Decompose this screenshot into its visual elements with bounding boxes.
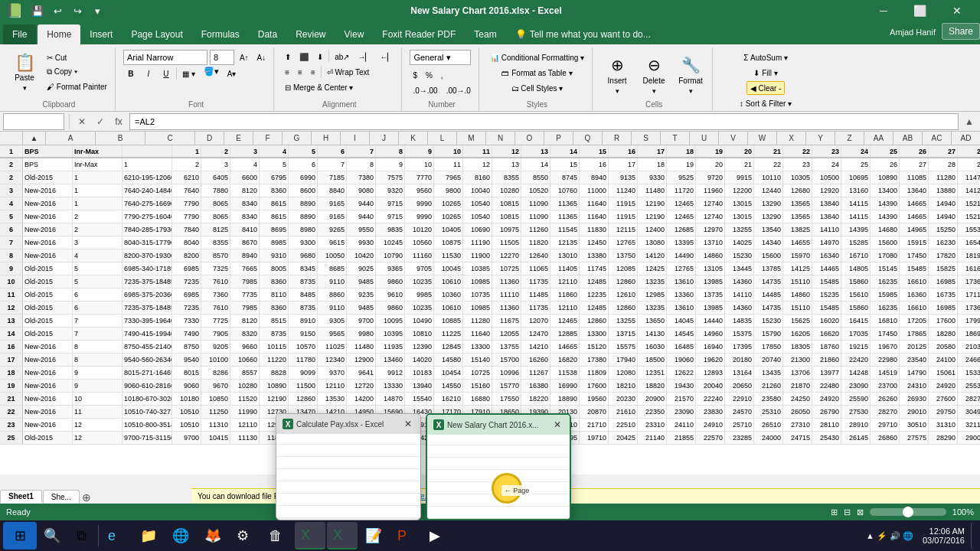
- cell[interactable]: 17205: [900, 315, 929, 327]
- cell[interactable]: 12080: [609, 367, 638, 379]
- cell[interactable]: 17940: [609, 354, 638, 366]
- cell[interactable]: 8015: [172, 367, 201, 379]
- cell[interactable]: 26145: [841, 432, 871, 444]
- cell[interactable]: 16485: [667, 341, 696, 353]
- cell[interactable]: 15575: [609, 341, 638, 353]
- cell[interactable]: 16545: [958, 236, 980, 249]
- cell[interactable]: 1: [172, 145, 201, 157]
- cell[interactable]: 6985-340-17185: [122, 262, 172, 275]
- cell[interactable]: 15600: [754, 249, 783, 262]
- cell[interactable]: 10040: [463, 184, 492, 197]
- cell[interactable]: 8410: [230, 223, 260, 236]
- cell[interactable]: New-2016: [23, 249, 73, 262]
- cell[interactable]: 15485: [812, 302, 841, 314]
- col-header-K[interactable]: K: [399, 132, 428, 145]
- cell[interactable]: 10570: [289, 341, 318, 353]
- cell-styles-btn[interactable]: 🗂 Cell Styles ▾: [508, 81, 567, 95]
- cell[interactable]: 2: [172, 158, 201, 171]
- cell[interactable]: 9715: [376, 210, 405, 223]
- cell[interactable]: 20180: [725, 354, 754, 366]
- cell[interactable]: 8160: [463, 171, 492, 184]
- row-num[interactable]: 21: [0, 393, 23, 405]
- cell[interactable]: 13400: [871, 184, 900, 197]
- cell[interactable]: 16620: [812, 328, 841, 340]
- font-name-selector[interactable]: Arial Narrow: [123, 50, 207, 65]
- cell[interactable]: 18190: [958, 249, 980, 262]
- row-num[interactable]: 22: [0, 406, 23, 418]
- cell[interactable]: 7325: [201, 262, 230, 275]
- cell[interactable]: 15061: [929, 367, 958, 379]
- cell[interactable]: 7610: [201, 276, 230, 288]
- cell[interactable]: 20425: [609, 432, 638, 444]
- cell[interactable]: 8110: [260, 289, 289, 301]
- minimize-btn[interactable]: ─: [867, 0, 900, 21]
- cell[interactable]: 14120: [638, 249, 667, 262]
- cell[interactable]: 20040: [696, 380, 725, 392]
- cell[interactable]: 9330: [638, 171, 667, 184]
- cell[interactable]: 14120: [958, 184, 980, 197]
- align-left-btn[interactable]: ≡: [282, 65, 292, 79]
- cell[interactable]: 18820: [638, 380, 667, 392]
- number-format-selector[interactable]: General ▾: [410, 50, 471, 65]
- cell[interactable]: 11735: [521, 302, 550, 314]
- cell[interactable]: 8910: [289, 315, 318, 327]
- cell[interactable]: 23700: [871, 380, 900, 392]
- cell[interactable]: 15332: [958, 367, 980, 379]
- cell[interactable]: Old-2015: [23, 289, 73, 301]
- cell[interactable]: 12920: [812, 184, 841, 197]
- cell[interactable]: 22480: [812, 380, 841, 392]
- align-top-btn[interactable]: ⬆: [282, 50, 294, 64]
- cell[interactable]: 11530: [434, 249, 463, 262]
- cell[interactable]: 28: [958, 145, 980, 157]
- cell[interactable]: 7985: [230, 276, 260, 288]
- sys-tray-icons[interactable]: ▲ ⚡ 🔊 🌐: [866, 531, 913, 541]
- row-num[interactable]: 8: [0, 249, 23, 262]
- cell[interactable]: 8200: [172, 249, 201, 262]
- cell[interactable]: New-2016: [23, 406, 73, 418]
- cell[interactable]: 8735: [260, 328, 289, 340]
- cell[interactable]: 15535: [958, 223, 980, 236]
- cell[interactable]: 9485: [347, 276, 376, 288]
- cell[interactable]: 13735: [696, 289, 725, 301]
- cell[interactable]: 12860: [289, 393, 318, 405]
- cell[interactable]: 17850: [754, 341, 783, 353]
- cell[interactable]: 21855: [667, 432, 696, 444]
- cell[interactable]: 16415: [841, 315, 871, 327]
- indent-dec-btn[interactable]: ←▏: [377, 50, 397, 64]
- cell[interactable]: 19: [667, 158, 696, 171]
- sort-filter-btn[interactable]: ↕ Sort & Filter ▾: [737, 96, 795, 110]
- col-header-A[interactable]: A: [46, 132, 96, 145]
- cell[interactable]: 21300: [783, 354, 812, 366]
- align-right-btn[interactable]: ≡: [308, 65, 318, 79]
- cell[interactable]: 21710: [580, 419, 609, 431]
- cell[interactable]: 12465: [550, 315, 580, 327]
- cell[interactable]: 20: [696, 158, 725, 171]
- clear-btn[interactable]: ◀ Clear -: [746, 81, 786, 95]
- cell[interactable]: 13530: [318, 393, 347, 405]
- cell[interactable]: 11: [73, 406, 122, 418]
- cell[interactable]: 11720: [667, 184, 696, 197]
- cell[interactable]: 15160: [463, 380, 492, 392]
- cell[interactable]: 20: [725, 145, 754, 157]
- formula-input[interactable]: =AL2: [129, 113, 959, 130]
- cell[interactable]: 13015: [725, 210, 754, 223]
- wrap-text-btn[interactable]: ⏎ Wrap Text: [324, 65, 372, 79]
- cell[interactable]: 1: [122, 158, 172, 171]
- cell[interactable]: 9990: [405, 210, 434, 223]
- cell[interactable]: 10610: [434, 276, 463, 288]
- name-box[interactable]: [3, 113, 64, 130]
- copy-button[interactable]: ⧉ Copy ▾: [44, 65, 110, 79]
- cell[interactable]: 9560: [405, 184, 434, 197]
- cell[interactable]: 11: [434, 158, 463, 171]
- cell[interactable]: 10510-800-35140: [122, 419, 172, 431]
- cell[interactable]: 14: [550, 145, 580, 157]
- cell[interactable]: 10890: [871, 171, 900, 184]
- row-num[interactable]: 7: [0, 236, 23, 249]
- cell[interactable]: 14519: [871, 367, 900, 379]
- cell[interactable]: 14340: [754, 236, 783, 249]
- row-num[interactable]: 12: [0, 302, 23, 314]
- cell[interactable]: 17450: [900, 249, 929, 262]
- cell[interactable]: 11090: [521, 197, 550, 210]
- cell[interactable]: 9205: [201, 341, 230, 353]
- cell[interactable]: 14110: [812, 223, 841, 236]
